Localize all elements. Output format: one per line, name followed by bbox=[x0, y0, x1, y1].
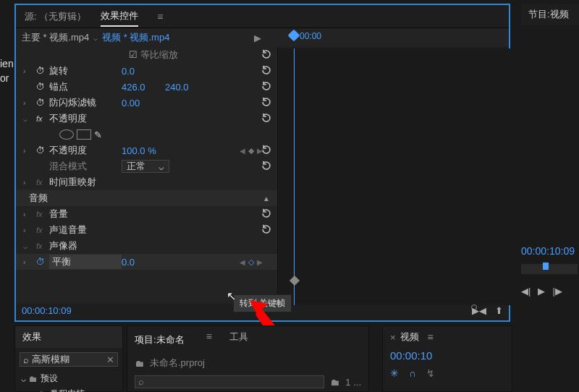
keyframe-diamond-icon[interactable] bbox=[290, 276, 300, 286]
new-bin-icon[interactable]: 🖿 bbox=[330, 377, 339, 388]
stopwatch-icon[interactable]: ⏱ bbox=[36, 66, 49, 76]
keyframe-tooltip: 转到 关键帧 bbox=[233, 294, 292, 312]
toggle-timeline-icon[interactable]: ▶◀ bbox=[472, 305, 486, 316]
fx-badge-icon[interactable]: fx bbox=[36, 210, 49, 218]
sequence-name[interactable]: 视频 bbox=[400, 331, 419, 344]
stopwatch-icon[interactable]: ⏱ bbox=[36, 82, 49, 92]
panel-menu-icon[interactable]: ≡ bbox=[157, 11, 163, 22]
reset-icon[interactable] bbox=[261, 49, 271, 61]
tools-tab[interactable]: 工具 bbox=[229, 331, 248, 349]
reset-icon[interactable] bbox=[261, 97, 271, 109]
play-icon[interactable]: ▶ bbox=[538, 286, 545, 297]
expand-icon[interactable]: › bbox=[23, 67, 36, 75]
master-clip-name[interactable]: 主要 * 视频.mp4 bbox=[22, 31, 89, 44]
reset-icon[interactable] bbox=[261, 145, 271, 157]
collapse-icon[interactable]: ⌵ bbox=[23, 115, 36, 123]
anchor-label: 锚点 bbox=[49, 80, 122, 93]
collapse-icon[interactable]: ⌵ bbox=[23, 242, 36, 250]
program-scrubber[interactable] bbox=[521, 264, 578, 274]
reset-icon[interactable] bbox=[261, 81, 271, 93]
clear-search-icon[interactable]: ✕ bbox=[106, 354, 114, 365]
tab-source[interactable]: 源: （无剪辑） bbox=[25, 7, 86, 26]
fx-badge-icon[interactable]: fx bbox=[36, 242, 49, 250]
rotation-value[interactable]: 0.0 bbox=[122, 66, 165, 77]
scale-uniform-checkbox[interactable]: 等比缩放 bbox=[49, 48, 178, 61]
playhead-line[interactable] bbox=[294, 48, 295, 305]
prev-keyframe-icon[interactable]: ◀ bbox=[240, 258, 245, 266]
add-keyframe-icon[interactable]: ◆ bbox=[248, 146, 254, 155]
linked-selection-icon[interactable]: ↯ bbox=[426, 367, 435, 379]
channel-volume-section[interactable]: › fx 声道音量 bbox=[16, 222, 277, 238]
prev-keyframe-icon[interactable]: ◀ bbox=[240, 147, 245, 155]
kernel-folder-label: 卷积内核 bbox=[50, 388, 85, 392]
preset-folder[interactable]: ⌵ 预设 bbox=[15, 371, 122, 386]
fx-badge-icon[interactable]: fx bbox=[36, 226, 49, 234]
next-keyframe-icon[interactable]: ▶ bbox=[257, 258, 263, 266]
close-seq-icon[interactable]: × bbox=[390, 332, 396, 343]
expand-icon[interactable]: › bbox=[23, 226, 36, 234]
program-timecode[interactable]: 00:00:10:09 bbox=[521, 245, 575, 257]
time-remap-label: 时间重映射 bbox=[49, 176, 122, 189]
opacity-section[interactable]: ⌵ fx 不透明度 bbox=[16, 111, 277, 127]
reset-icon[interactable] bbox=[261, 224, 271, 237]
bin-icon[interactable]: 🖿 bbox=[135, 358, 144, 369]
anchor-y-value[interactable]: 240.0 bbox=[165, 82, 208, 93]
chevron-down-icon: ⌵ bbox=[159, 161, 164, 172]
anchor-x-value[interactable]: 426.0 bbox=[122, 82, 165, 93]
effects-tab[interactable]: 效果 bbox=[15, 326, 122, 348]
kernel-folder[interactable]: › 卷积内核 bbox=[15, 386, 122, 392]
expand-icon[interactable]: › bbox=[23, 179, 36, 187]
panner-section[interactable]: ⌵ fx 声像器 bbox=[16, 238, 277, 254]
reset-icon[interactable] bbox=[261, 113, 271, 125]
reset-icon[interactable] bbox=[261, 65, 271, 77]
step-forward-icon[interactable]: |▶ bbox=[552, 286, 562, 297]
tab-effect-controls[interactable]: 效果控件 bbox=[101, 7, 138, 27]
add-keyframe-icon[interactable]: ◇ bbox=[248, 257, 254, 267]
scrubber-playhead-icon[interactable] bbox=[543, 263, 549, 270]
pen-mask-button[interactable] bbox=[94, 129, 102, 140]
play-only-icon[interactable]: ▶ bbox=[254, 33, 261, 43]
reset-icon[interactable] bbox=[261, 161, 271, 173]
expand-icon[interactable]: › bbox=[23, 258, 36, 266]
collapse-up-icon[interactable]: ▲ bbox=[263, 195, 270, 203]
balance-value[interactable]: 0.0 bbox=[122, 257, 165, 268]
panel-timecode[interactable]: 00:00:10:09 bbox=[22, 305, 72, 316]
chevron-down-icon[interactable]: ⌵ bbox=[93, 34, 98, 42]
expand-icon[interactable]: › bbox=[33, 389, 35, 393]
step-back-icon[interactable]: ◀| bbox=[521, 286, 531, 297]
snap-icon[interactable]: ✳ bbox=[390, 367, 399, 379]
rect-mask-button[interactable] bbox=[77, 129, 91, 140]
antiflicker-value[interactable]: 0.00 bbox=[122, 98, 165, 108]
blend-value: 正常 bbox=[127, 160, 145, 173]
panel-menu-icon[interactable]: ≡ bbox=[428, 331, 434, 343]
opacity-label: 不透明度 bbox=[49, 144, 122, 157]
reset-icon[interactable] bbox=[261, 208, 271, 221]
instance-clip-name[interactable]: 视频 * 视频.mp4 bbox=[102, 31, 169, 44]
blend-mode-dropdown[interactable]: 正常 ⌵ bbox=[122, 160, 169, 173]
keyframe-timeline[interactable] bbox=[278, 48, 524, 305]
stopwatch-active-icon[interactable]: ⏱ bbox=[36, 257, 49, 267]
ellipse-mask-button[interactable] bbox=[59, 129, 74, 140]
magnet-icon[interactable]: ∩ bbox=[409, 367, 416, 379]
expand-icon[interactable]: › bbox=[23, 210, 36, 218]
audio-section-header[interactable]: 音频 ▲ bbox=[16, 190, 277, 206]
expand-icon[interactable]: › bbox=[23, 99, 36, 107]
collapse-icon[interactable]: ⌵ bbox=[21, 374, 26, 384]
sequence-timecode[interactable]: 00:00:10 bbox=[383, 348, 512, 363]
volume-section[interactable]: › fx 音量 bbox=[16, 206, 277, 222]
fx-badge-icon[interactable]: fx bbox=[36, 178, 49, 187]
export-frame-icon[interactable]: ⬆ bbox=[495, 305, 503, 316]
expand-icon[interactable]: › bbox=[23, 147, 36, 155]
effects-search-input[interactable]: ⌕ 高斯模糊 ✕ bbox=[20, 352, 118, 367]
stopwatch-icon[interactable]: ⏱ bbox=[36, 145, 49, 155]
opacity-value[interactable]: 100.0 % bbox=[122, 145, 165, 156]
fx-badge-icon[interactable]: fx bbox=[36, 114, 49, 123]
project-search-input[interactable]: ⌕ bbox=[135, 375, 324, 388]
panel-tabs: 源: （无剪辑） 效果控件 ≡ bbox=[16, 5, 509, 28]
stopwatch-icon[interactable]: ⏱ bbox=[36, 98, 49, 108]
volume-label: 音量 bbox=[49, 208, 122, 221]
program-panel-tab[interactable]: 节目:视频 bbox=[521, 4, 579, 25]
project-tab[interactable]: 项目:未命名 bbox=[135, 331, 185, 349]
time-remap-section[interactable]: › fx 时间重映射 bbox=[16, 174, 277, 190]
panel-menu-icon[interactable]: ≡ bbox=[206, 331, 212, 349]
